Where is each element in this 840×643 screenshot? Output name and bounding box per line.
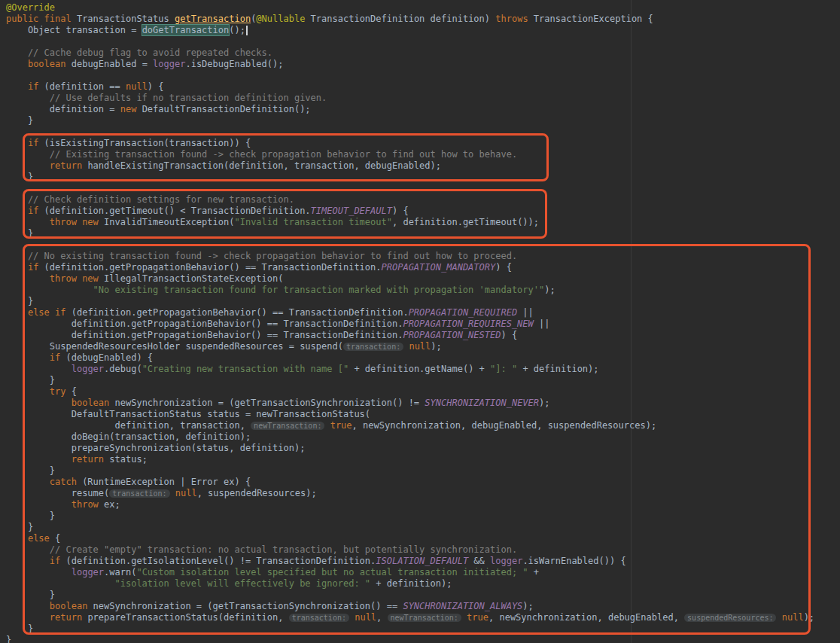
code-line[interactable]: public final TransactionStatus getTransa… — [6, 14, 840, 25]
code-line[interactable] — [6, 126, 840, 138]
code-token: throw — [72, 499, 99, 510]
code-line[interactable]: DefaultTransactionStatus status = newTra… — [6, 409, 840, 420]
code-line[interactable]: } — [6, 172, 840, 183]
code-line[interactable]: throw new InvalidTimeoutException("Inval… — [6, 217, 840, 228]
code-area[interactable]: @Overridepublic final TransactionStatus … — [0, 0, 840, 643]
parameter-hint: newTransaction: — [388, 614, 461, 622]
code-line[interactable]: return prepareTransactionStatus(definiti… — [6, 612, 840, 623]
code-line[interactable]: definition.getPropagationBehavior() == T… — [6, 330, 840, 341]
code-line[interactable]: return handleExistingTransaction(definit… — [6, 160, 840, 172]
code-token — [6, 217, 50, 227]
code-token: SuspendedResourcesHolder suspendedResour… — [6, 341, 343, 352]
code-token: ) { — [501, 330, 517, 340]
code-token: boolean — [28, 59, 66, 69]
code-token: null — [409, 341, 431, 352]
code-token: } — [6, 296, 33, 306]
code-line[interactable]: // Cache debug flag to avoid repeated ch… — [6, 47, 840, 59]
code-token: getTransaction — [175, 14, 251, 24]
code-token — [6, 612, 50, 623]
code-line[interactable]: boolean newSynchronization = (getTransac… — [6, 398, 840, 409]
code-line[interactable]: doBegin(transaction, definition); — [6, 431, 840, 443]
code-line[interactable]: prepareSynchronization(status, definitio… — [6, 443, 840, 454]
code-line[interactable]: if (definition.getTimeout() < Transactio… — [6, 206, 840, 217]
code-line[interactable]: Object transaction = doGetTransaction(); — [6, 25, 840, 36]
code-line[interactable]: if (isExistingTransaction(transaction)) … — [6, 138, 840, 149]
code-token: , definition.getTimeout()); — [392, 217, 539, 227]
code-line[interactable]: "isolation level will effectively be ign… — [6, 578, 840, 590]
text-caret — [246, 26, 248, 35]
code-line[interactable]: if (debugEnabled) { — [6, 352, 840, 364]
parameter-hint: transaction: — [343, 343, 403, 351]
code-line[interactable]: return status; — [6, 454, 840, 465]
code-token: ); — [804, 612, 814, 623]
code-line[interactable]: else if (definition.getPropagationBehavi… — [6, 307, 840, 318]
code-line[interactable]: logger.warn("Custom isolation level spec… — [6, 567, 840, 578]
code-line[interactable]: throw new IllegalTransactionStateExcepti… — [6, 273, 840, 285]
code-token: } — [6, 115, 33, 126]
code-line[interactable] — [6, 70, 840, 81]
code-line[interactable]: } — [6, 590, 840, 601]
code-token: (definition.getPropagationBehavior() == … — [65, 307, 408, 318]
code-token: || — [517, 307, 534, 318]
code-token: .isWarnEnabled()) { — [522, 556, 625, 566]
code-line[interactable] — [6, 239, 840, 251]
code-line[interactable]: definition.getPropagationBehavior() == T… — [6, 318, 840, 330]
code-token: public final — [6, 14, 77, 24]
code-token: TransactionDefinition definition) — [305, 14, 495, 24]
code-line[interactable]: @Override — [6, 2, 840, 14]
code-line[interactable]: } — [6, 228, 840, 239]
parameter-hint: transaction: — [109, 489, 169, 498]
code-line[interactable]: try { — [6, 386, 840, 398]
code-line[interactable]: // Check definition settings for new tra… — [6, 194, 840, 206]
code-line[interactable]: } — [6, 635, 840, 643]
code-token: + definition.getName() + — [348, 364, 490, 374]
code-token: ); — [522, 601, 533, 611]
code-token: if — [28, 206, 38, 216]
code-line[interactable]: } — [6, 296, 840, 307]
code-line[interactable]: // No existing transaction found -> chec… — [6, 251, 840, 262]
code-token: && — [468, 556, 490, 566]
code-token: boolean — [72, 398, 110, 408]
code-token: + — [528, 567, 539, 577]
code-token — [6, 364, 72, 374]
code-line[interactable]: } — [6, 623, 840, 635]
code-token: throw new — [50, 217, 99, 227]
code-editor[interactable]: @Overridepublic final TransactionStatus … — [0, 0, 840, 643]
code-token: SYNCHRONIZATION_ALWAYS — [403, 601, 522, 611]
code-line[interactable]: } — [6, 115, 840, 126]
code-token: Object transaction = — [6, 25, 142, 35]
code-line[interactable]: definition, transaction, newTransaction:… — [6, 420, 840, 431]
code-line[interactable]: "No existing transaction found for trans… — [6, 285, 840, 296]
code-line[interactable] — [6, 36, 840, 47]
code-line[interactable]: boolean newSynchronization = (getTransac… — [6, 601, 840, 612]
code-line[interactable]: // Create "empty" transaction: no actual… — [6, 544, 840, 556]
code-token: prepareSynchronization(status, definitio… — [6, 443, 305, 453]
code-token: null — [782, 612, 804, 623]
code-line[interactable]: } — [6, 522, 840, 533]
code-token: (definition.getPropagationBehavior() == … — [38, 262, 381, 273]
code-line[interactable]: logger.debug("Creating new transaction w… — [6, 364, 840, 375]
code-line[interactable]: boolean debugEnabled = logger.isDebugEna… — [6, 59, 840, 70]
code-token: (debugEnabled) { — [60, 352, 153, 363]
code-line[interactable]: // Existing transaction found -> check p… — [6, 149, 840, 160]
code-line[interactable]: } — [6, 465, 840, 477]
code-line[interactable]: throw ex; — [6, 499, 840, 510]
code-line[interactable]: } — [6, 510, 840, 522]
code-line[interactable]: } — [6, 375, 840, 386]
code-line[interactable]: definition = new DefaultTransactionDefin… — [6, 104, 840, 115]
code-line[interactable]: // Use defaults if no transaction defini… — [6, 93, 840, 104]
code-token: debugEnabled = — [65, 59, 153, 69]
code-token: ISOLATION_DEFAULT — [376, 556, 468, 566]
code-token: } — [6, 172, 33, 182]
code-line[interactable]: if (definition.getPropagationBehavior() … — [6, 262, 840, 273]
code-line[interactable]: catch (RuntimeException | Error ex) { — [6, 477, 840, 488]
code-line[interactable]: if (definition.getIsolationLevel() != Tr… — [6, 556, 840, 567]
code-line[interactable] — [6, 183, 840, 194]
code-line[interactable]: if (definition == null) { — [6, 81, 840, 93]
code-line[interactable]: SuspendedResourcesHolder suspendedResour… — [6, 341, 840, 352]
code-line[interactable]: resume(transaction: null, suspendedResou… — [6, 488, 840, 499]
code-token: , newSynchronization, debugEnabled, — [488, 612, 684, 623]
code-line[interactable]: else { — [6, 533, 840, 544]
code-token: null — [126, 81, 148, 92]
code-token: // Use defaults if no transaction defini… — [6, 93, 327, 103]
